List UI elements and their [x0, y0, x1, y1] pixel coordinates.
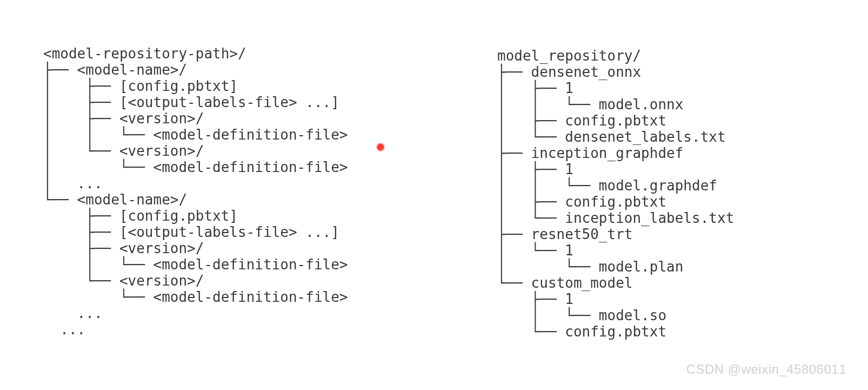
example-tree: model_repository/ ├── densenet_onnx │ ├─…: [497, 48, 734, 340]
schema-tree: <model-repository-path>/ ├── <model-name…: [43, 45, 348, 338]
laser-pointer-dot: [376, 142, 385, 152]
watermark: CSDN @weixin_45806011: [686, 362, 846, 377]
